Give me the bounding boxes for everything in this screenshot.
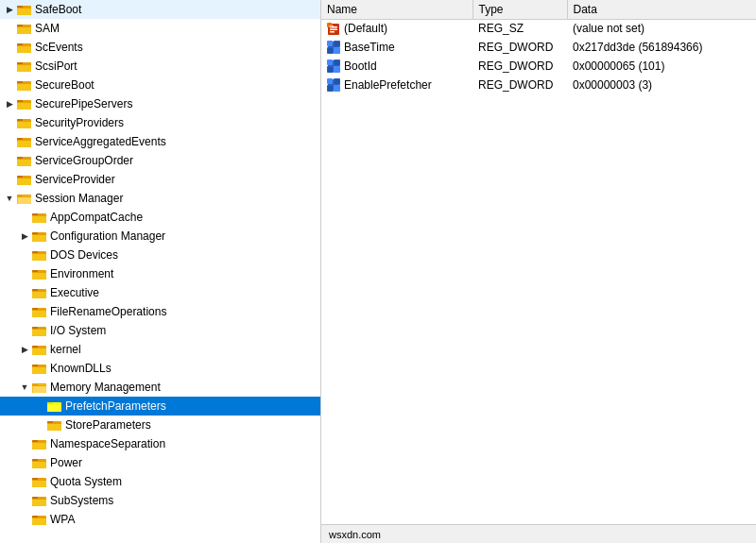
tree-item-filerename[interactable]: ▶ FileRenameOperations xyxy=(0,302,320,321)
col-header-type: Type xyxy=(472,0,567,19)
svg-rect-60 xyxy=(32,272,46,273)
expand-btn-safeboot[interactable]: ▶ xyxy=(2,2,17,17)
tree-item-dosdevices[interactable]: ▶ DOS Devices xyxy=(0,246,320,264)
tree-item-subsystems[interactable]: ▶ SubSystems xyxy=(0,491,320,510)
folder-icon-securityproviders xyxy=(17,116,32,129)
svg-rect-52 xyxy=(32,234,46,235)
registry-row[interactable]: ab (Default)REG_SZ(value not set) xyxy=(321,19,756,38)
tree-label-namespaceseparation: NamespaceSeparation xyxy=(50,437,165,450)
expand-btn-securepipeservers[interactable]: ▶ xyxy=(2,96,17,111)
tree-item-knowndlls[interactable]: ▶ KnownDLLs xyxy=(0,359,320,378)
tree-item-securepipeservers[interactable]: ▶ SecurePipeServers xyxy=(0,94,320,113)
registry-name-basetime: BaseTime xyxy=(321,38,472,57)
tree-item-configurationmanager[interactable]: ▶ Configuration Manager xyxy=(0,227,320,246)
tree-item-prefetchparameters[interactable]: ▶ PrefetchParameters xyxy=(0,397,320,416)
registry-row[interactable]: BootIdREG_DWORD0x00000065 (101) xyxy=(321,57,756,76)
svg-rect-30 xyxy=(17,140,31,147)
registry-name-enableprefetcher: EnablePrefetcher xyxy=(321,76,472,94)
tree-item-memorymanagement[interactable]: ▼ Memory Management xyxy=(0,378,320,397)
tree-item-environment[interactable]: ▶ Environment xyxy=(0,264,320,283)
tree-item-wpa[interactable]: ▶ WPA xyxy=(0,510,320,529)
registry-row[interactable]: BaseTimeREG_DWORD0x217dd3de (561894366) xyxy=(321,38,756,57)
tree-item-executive[interactable]: ▶ Executive xyxy=(0,283,320,302)
col-header-data: Data xyxy=(567,0,756,19)
tree-item-serviceaggregatedevents[interactable]: ▶ ServiceAggregatedEvents xyxy=(0,132,320,151)
expand-btn-sessionmanager[interactable]: ▼ xyxy=(2,191,17,206)
svg-rect-34 xyxy=(17,159,31,166)
svg-rect-18 xyxy=(17,83,31,91)
folder-icon-executive xyxy=(32,286,47,299)
svg-rect-104 xyxy=(32,480,46,487)
svg-rect-31 xyxy=(17,140,31,141)
tree-label-dosdevices: DOS Devices xyxy=(50,248,118,262)
expand-btn-configurationmanager[interactable]: ▶ xyxy=(17,229,32,244)
svg-rect-76 xyxy=(32,348,46,348)
tree-item-quotasystem[interactable]: ▶ Quota System xyxy=(0,472,320,491)
folder-icon-namespaceseparation xyxy=(32,437,47,450)
tree-label-safeboot: SafeBoot xyxy=(35,3,81,16)
folder-icon-filerename xyxy=(32,305,47,318)
col-header-name: Name xyxy=(321,0,472,19)
svg-rect-112 xyxy=(32,518,46,525)
tree-item-storeparameters[interactable]: ▶ StoreParameters xyxy=(0,416,320,434)
tree-item-scevents[interactable]: ▶ ScEvents xyxy=(0,38,320,57)
svg-rect-75 xyxy=(32,348,46,355)
registry-row[interactable]: EnablePrefetcherREG_DWORD0x00000003 (3) xyxy=(321,76,756,94)
svg-rect-15 xyxy=(17,64,31,65)
tree-item-securityproviders[interactable]: ▶ SecurityProviders xyxy=(0,113,320,132)
folder-icon-serviceprovider xyxy=(17,173,32,186)
tree-item-appcompatcache[interactable]: ▶ AppCompatCache xyxy=(0,208,320,227)
svg-rect-85 xyxy=(32,385,46,386)
folder-icon-kernel xyxy=(32,343,47,356)
tree-label-securepipeservers: SecurePipeServers xyxy=(35,97,132,110)
tree-label-appcompatcache: AppCompatCache xyxy=(50,211,143,224)
tree-item-sam[interactable]: ▶ SAM xyxy=(0,19,320,38)
tree-item-sessionmanager[interactable]: ▼ Session Manager xyxy=(0,189,320,208)
svg-rect-23 xyxy=(17,102,31,103)
reg-icon-enableprefetcher xyxy=(327,78,340,92)
folder-icon-quotasystem xyxy=(32,475,47,488)
tree-panel[interactable]: ▶ SafeBoot▶ SAM▶ ScEvents▶ ScsiPort▶ Sec xyxy=(0,0,321,543)
reg-icon-bootid xyxy=(327,59,340,73)
tree-label-sam: SAM xyxy=(35,22,60,35)
svg-rect-48 xyxy=(32,215,46,216)
svg-rect-68 xyxy=(32,310,46,311)
svg-rect-72 xyxy=(32,329,46,330)
tree-item-namespaceseparation[interactable]: ▶ NamespaceSeparation xyxy=(0,434,320,453)
folder-icon-wpa xyxy=(32,513,47,526)
svg-rect-38 xyxy=(17,178,31,185)
svg-rect-108 xyxy=(32,499,46,506)
tree-item-safeboot[interactable]: ▶ SafeBoot xyxy=(0,0,320,19)
svg-text:ab: ab xyxy=(330,23,335,27)
registry-type-enableprefetcher: REG_DWORD xyxy=(472,76,567,94)
registry-data-basetime: 0x217dd3de (561894366) xyxy=(567,38,756,57)
svg-rect-129 xyxy=(334,66,340,73)
svg-rect-96 xyxy=(32,442,46,450)
svg-rect-14 xyxy=(17,64,31,72)
tree-item-scsiport[interactable]: ▶ ScsiPort xyxy=(0,57,320,76)
tree-item-serviceprovider[interactable]: ▶ ServiceProvider xyxy=(0,170,320,189)
tree-item-iosystem[interactable]: ▶ I/O System xyxy=(0,321,320,340)
right-panel: Name Type Data ab (Default)REG_SZ(value … xyxy=(321,0,756,543)
svg-rect-71 xyxy=(32,329,46,336)
status-text: wsxdn.com xyxy=(329,529,381,540)
svg-rect-39 xyxy=(17,178,31,178)
svg-rect-128 xyxy=(327,66,334,73)
svg-rect-124 xyxy=(334,47,340,54)
tree-item-kernel[interactable]: ▶ kernel xyxy=(0,340,320,359)
tree-item-power[interactable]: ▶ Power xyxy=(0,453,320,472)
tree-label-knowndlls: KnownDLLs xyxy=(50,362,112,375)
svg-rect-88 xyxy=(47,404,61,412)
svg-rect-123 xyxy=(327,47,334,54)
folder-icon-environment xyxy=(32,267,47,280)
tree-label-prefetchparameters: PrefetchParameters xyxy=(65,399,166,413)
expand-btn-memorymanagement[interactable]: ▼ xyxy=(17,380,32,395)
svg-rect-55 xyxy=(32,253,46,261)
tree-item-secureboot[interactable]: ▶ SecureBoot xyxy=(0,76,320,94)
tree-item-servicegrouporder[interactable]: ▶ ServiceGroupOrder xyxy=(0,151,320,170)
svg-rect-101 xyxy=(32,461,46,462)
svg-rect-105 xyxy=(32,480,46,481)
reg-name-text-default: (Default) xyxy=(344,22,387,35)
svg-rect-122 xyxy=(334,41,340,47)
expand-btn-kernel[interactable]: ▶ xyxy=(17,342,32,357)
